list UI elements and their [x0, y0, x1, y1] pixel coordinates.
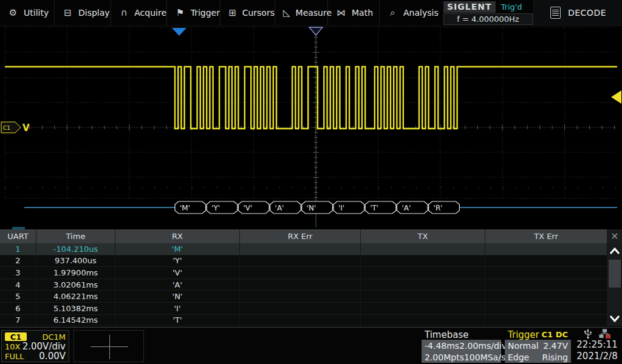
trigger-level-marker[interactable] [611, 90, 621, 104]
cell-uart: 1 [0, 243, 36, 255]
cell-uart: 7 [0, 315, 36, 326]
cursors-grid-icon: ⊞ [228, 7, 237, 18]
lan-disconnected-icon [599, 329, 611, 339]
cell-rx-err [240, 291, 361, 302]
cell-rx: 'N' [115, 291, 240, 302]
channel1-coupling: DC1M [42, 332, 66, 342]
flag-icon: ⚑ [175, 7, 185, 18]
channel1-status-box[interactable]: C1 DC1M 10X 2.00V/div FULL 0.00V [1, 330, 69, 362]
cell-uart: 3 [0, 267, 36, 278]
trigger-status-box[interactable]: TriggerC1 DC Normal2.47V EdgeRising [505, 329, 571, 363]
uart-table-row-2[interactable]: 2937.400us'Y' [0, 255, 607, 268]
menu-item-display[interactable]: ⊟Display [55, 0, 111, 25]
menu-item-measure[interactable]: ◺Measure [275, 0, 328, 25]
monitor-icon: ⊟ [63, 7, 73, 18]
usb-icon [584, 329, 592, 339]
uart-table-row-7[interactable]: 76.14542ms'T' [0, 315, 607, 327]
cell-uart: 6 [0, 303, 36, 314]
timebase-title: Timebase [425, 329, 468, 340]
table-close-button[interactable]: ✕ [607, 229, 622, 243]
cell-tx-err [485, 267, 607, 278]
uart-decode-bubble-text: 'I' [338, 204, 344, 212]
cell-rx: 'T' [115, 315, 240, 326]
cell-time: 1.97900ms [36, 267, 115, 278]
status-time: 22:25:11 [573, 339, 621, 351]
math-icon: ⋈ [336, 7, 346, 18]
cell-rx: 'M' [115, 243, 240, 255]
cell-tx-err [485, 315, 607, 326]
timebase-status-box[interactable]: Timebase -4.48ms2.00ms/div 2.00Mpts100MS… [422, 329, 501, 363]
trigger-title: Trigger [508, 329, 539, 340]
add-channel-placeholder[interactable] [73, 330, 144, 362]
waveform-canvas: C1V'M''Y''V''A''N''I''T''A''R' [0, 25, 622, 229]
column-header-rx-err: RX Err [240, 229, 361, 243]
uart-decode-bubble-text: 'N' [307, 204, 316, 212]
chevron-down-icon [609, 315, 620, 322]
cell-rx-err [240, 315, 361, 326]
channel1-bandwidth: FULL [5, 352, 24, 361]
cell-rx: 'A' [115, 279, 240, 291]
timebase-scale: 2.00ms/div [459, 341, 507, 351]
decode-tab[interactable]: DECODE [533, 0, 622, 25]
close-icon: ✕ [610, 231, 618, 242]
cell-rx-err [240, 255, 361, 267]
brand-block: SIGLENT Trig'd f = 4.000000Hz [443, 1, 533, 25]
uart-table-row-3[interactable]: 31.97900ms'V' [0, 267, 607, 279]
scroll-down-button[interactable] [607, 311, 622, 326]
timebase-samplerate: 100MSa/s [464, 352, 505, 362]
cell-rx: 'Y' [115, 255, 240, 267]
uart-decode-table: UARTTimeRXRX ErrTXTX Err1-104.210us'M'29… [0, 229, 607, 326]
cell-tx-err [485, 279, 607, 291]
uart-decode-bubble-text: 'A' [402, 204, 411, 212]
status-bar: C1 DC1M 10X 2.00V/div FULL 0.00V Timebas… [0, 327, 622, 364]
column-header-rx: RX [115, 229, 240, 243]
clock-block: 22:25:11 2021/2/8 [573, 328, 621, 362]
acquire-icon: ∩ [119, 7, 129, 18]
cell-tx [361, 291, 485, 302]
cell-time: -104.210us [36, 243, 115, 255]
uart-waveform-trace [5, 67, 617, 129]
uart-decode-bubble-text: 'Y' [211, 204, 220, 212]
scrollbar-thumb[interactable] [609, 260, 621, 288]
channel1-probe: 10X [5, 342, 20, 351]
cell-tx [361, 243, 485, 255]
trigger-source: C1 DC [542, 330, 568, 339]
cell-time: 6.14542ms [36, 315, 115, 326]
uart-decode-bubble-text: 'V' [243, 204, 252, 212]
scroll-up-button[interactable] [607, 243, 622, 259]
menu-item-trigger[interactable]: ⚑Trigger [167, 0, 220, 25]
cell-tx [361, 267, 485, 278]
uart-table-row-5[interactable]: 54.06221ms'N' [0, 291, 607, 303]
menu-item-utility[interactable]: ⚙Utility [0, 0, 55, 25]
cell-rx: 'I' [115, 303, 240, 314]
table-header-row: UARTTimeRXRX ErrTXTX Err [0, 229, 607, 243]
trigger-slope: Rising [542, 352, 568, 362]
cell-tx-err [485, 291, 607, 302]
cell-tx [361, 303, 485, 314]
trigger-position-marker[interactable] [172, 28, 186, 36]
column-header-time: Time [36, 229, 115, 243]
cell-rx-err [240, 243, 361, 255]
uart-decode-bubble-text: 'T' [370, 204, 378, 212]
column-header-tx: TX [361, 229, 485, 243]
cell-time: 3.02061ms [36, 279, 115, 291]
horizontal-reference-marker[interactable] [309, 27, 323, 35]
cell-tx-err [485, 243, 607, 255]
table-scrollbar[interactable] [607, 243, 622, 326]
uart-table-row-1[interactable]: 1-104.210us'M' [0, 243, 607, 255]
menu-item-acquire[interactable]: ∩Acquire [111, 0, 167, 25]
uart-table-row-6[interactable]: 65.10382ms'I' [0, 303, 607, 315]
frequency-counter: f = 4.000000Hz [443, 13, 533, 25]
trigger-level: 2.47V [543, 341, 568, 351]
channel1-badge: C1 [5, 332, 27, 341]
uart-table-row-4[interactable]: 43.02061ms'A' [0, 279, 607, 291]
channel1-marker-unit: V [22, 123, 30, 133]
menu-item-analysis[interactable]: ⌕Analysis [380, 0, 442, 25]
menu-item-math[interactable]: ⋈Math [328, 0, 380, 25]
menu-item-cursors[interactable]: ⊞Cursors [220, 0, 275, 25]
status-date: 2021/2/8 [573, 351, 621, 362]
trigger-status-badge: Trig'd [501, 2, 522, 12]
plus-icon [109, 335, 110, 359]
cell-rx-err [240, 267, 361, 278]
cell-uart: 4 [0, 279, 36, 291]
